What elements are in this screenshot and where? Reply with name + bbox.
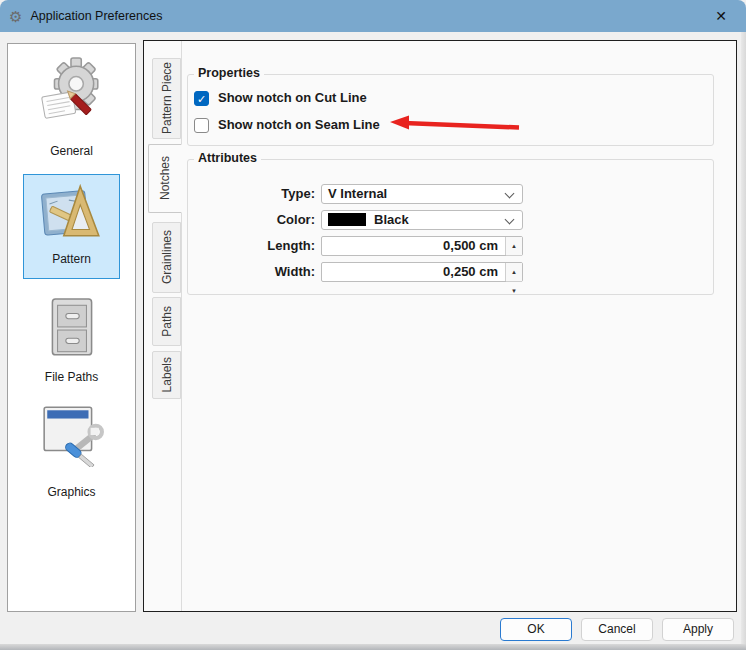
window-title: Application Preferences xyxy=(30,9,162,23)
color-combobox[interactable]: Black xyxy=(321,210,523,230)
chevron-down-icon xyxy=(505,215,515,225)
file-cabinet-icon xyxy=(39,296,105,366)
tab-notches[interactable]: Notches xyxy=(148,144,182,213)
width-label: Width: xyxy=(188,262,315,282)
sidebar-item-label: File Paths xyxy=(23,370,120,384)
tab-grainlines[interactable]: Grainlines xyxy=(152,222,181,293)
color-swatch-black xyxy=(328,213,366,226)
type-value: V Internal xyxy=(328,186,387,201)
type-label: Type: xyxy=(188,184,315,204)
checkbox-label: Show notch on Seam Line xyxy=(218,117,380,133)
tab-paths[interactable]: Paths xyxy=(152,297,181,346)
group-title: Attributes xyxy=(194,151,261,165)
close-icon: ✕ xyxy=(715,8,727,24)
tab-label: Paths xyxy=(160,306,174,337)
chevron-down-icon xyxy=(505,189,515,199)
apply-button[interactable]: Apply xyxy=(662,618,734,641)
titlebar: ⚙ Application Preferences ✕ xyxy=(0,0,746,32)
show-notch-cut-line-checkbox[interactable] xyxy=(194,91,209,106)
show-notch-seam-line-checkbox[interactable] xyxy=(194,118,209,133)
tab-pattern-piece[interactable]: Pattern Piece xyxy=(152,58,181,139)
sidebar-item-pattern[interactable]: Pattern xyxy=(23,174,120,279)
window-tools-icon xyxy=(39,401,105,471)
spin-up-icon[interactable]: ▲ xyxy=(506,263,522,282)
color-row: Color: Black xyxy=(188,210,713,230)
sidebar-item-graphics[interactable]: Graphics xyxy=(23,393,120,503)
color-value: Black xyxy=(374,212,409,227)
tab-label: Pattern Piece xyxy=(160,62,174,134)
gear-pencil-icon xyxy=(39,57,105,127)
window-shadow-right xyxy=(741,32,746,644)
tab-label: Labels xyxy=(160,357,174,392)
tab-label: Grainlines xyxy=(160,230,174,284)
spinner-buttons[interactable]: ▲ ▼ xyxy=(505,237,522,255)
tab-label: Notches xyxy=(158,156,172,200)
sidebar-item-file-paths[interactable]: File Paths xyxy=(23,288,120,388)
checkbox-row-seam-line[interactable]: Show notch on Seam Line xyxy=(194,117,380,133)
width-spinbox[interactable]: 0,250 cm ▲ ▼ xyxy=(321,262,523,282)
tab-pane-border xyxy=(181,41,182,611)
spin-down-icon[interactable]: ▼ xyxy=(506,282,522,300)
length-label: Length: xyxy=(188,236,315,256)
close-button[interactable]: ✕ xyxy=(704,0,738,32)
spinner-buttons[interactable]: ▲ ▼ xyxy=(505,263,522,281)
length-value: 0,500 cm xyxy=(443,238,498,253)
sidebar-item-label: Pattern xyxy=(24,252,119,266)
gear-icon: ⚙ xyxy=(9,9,22,24)
width-row: Width: 0,250 cm ▲ ▼ xyxy=(188,262,713,282)
sidebar-item-general[interactable]: General xyxy=(23,49,120,164)
type-combobox[interactable]: V Internal xyxy=(321,184,523,204)
sidebar-item-label: General xyxy=(23,144,120,158)
color-label: Color: xyxy=(188,210,315,230)
length-row: Length: 0,500 cm ▲ ▼ xyxy=(188,236,713,256)
cancel-button[interactable]: Cancel xyxy=(581,618,653,641)
window-shadow-bottom xyxy=(0,644,746,650)
drawing-board-icon xyxy=(39,180,105,250)
width-value: 0,250 cm xyxy=(443,264,498,279)
sidebar-item-label: Graphics xyxy=(23,485,120,499)
type-row: Type: V Internal xyxy=(188,184,713,204)
ok-button[interactable]: OK xyxy=(500,618,572,641)
category-list: General Patt xyxy=(7,43,136,612)
length-spinbox[interactable]: 0,500 cm ▲ ▼ xyxy=(321,236,523,256)
checkbox-row-cut-line[interactable]: Show notch on Cut Line xyxy=(194,90,367,106)
attributes-group: Attributes Type: V Internal Color: Black… xyxy=(187,159,714,295)
spin-up-icon[interactable]: ▲ xyxy=(506,237,522,256)
red-arrow-annotation xyxy=(388,112,523,136)
application-preferences-dialog: ⚙ Application Preferences ✕ xyxy=(0,0,746,650)
checkbox-label: Show notch on Cut Line xyxy=(218,90,367,106)
group-title: Properties xyxy=(194,66,264,80)
tab-labels[interactable]: Labels xyxy=(152,351,181,399)
